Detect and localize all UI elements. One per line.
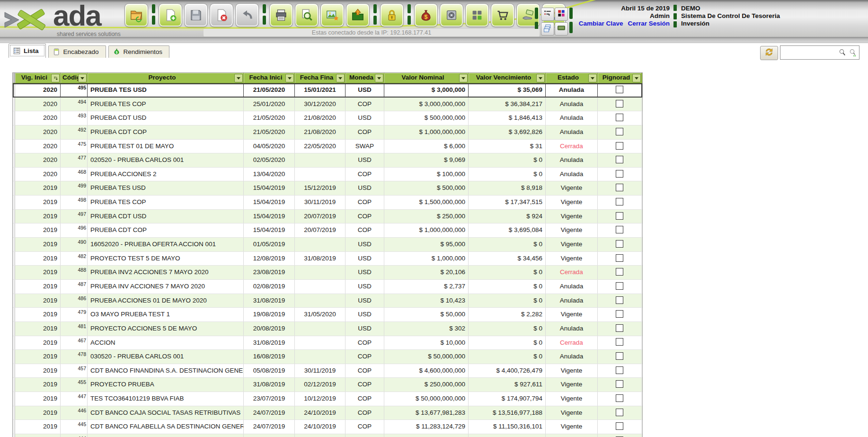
pignorado-checkbox[interactable] — [616, 310, 623, 318]
toolbar-shopping-cart-button[interactable] — [491, 3, 514, 27]
pignorado-checkbox[interactable] — [616, 114, 623, 121]
pignorado-checkbox[interactable] — [616, 352, 623, 360]
table-row[interactable]: 2020493PRUEBA CDT USD21/05/202021/08/202… — [13, 111, 642, 125]
table-row[interactable]: 2019497PRUEBA CDT USD15/04/201920/07/201… — [13, 210, 642, 224]
column-header-moneda[interactable]: Moneda — [345, 73, 384, 83]
pignorado-checkbox[interactable] — [616, 366, 623, 374]
filter-dropdown-button[interactable] — [632, 74, 641, 82]
filter-dropdown-button[interactable] — [336, 74, 345, 82]
pignorado-checkbox[interactable] — [616, 380, 623, 388]
tab-encabezado[interactable]: Encabezado — [48, 45, 106, 58]
table-row[interactable]: 2019499PRUEBA TES USD15/04/201915/12/201… — [13, 181, 642, 196]
pignorado-checkbox[interactable] — [616, 156, 623, 163]
change-password-link[interactable]: Cambiar Clave — [579, 20, 623, 27]
table-row[interactable]: 2019445CDT BANCO FALABELLA SA DESTINACIO… — [13, 420, 642, 434]
table-row[interactable]: 2020468PRUEBA ACCIONES 213/04/2020COP$ 1… — [13, 168, 642, 182]
table-row[interactable]: 2019498PRUEBA TES COP15/04/201930/11/201… — [13, 196, 642, 210]
table-row[interactable]: 2019482PROYECTO TEST 5 DE MAYO12/08/2019… — [13, 252, 642, 266]
toolbar-print-button[interactable] — [269, 3, 293, 27]
pignorado-checkbox[interactable] — [616, 394, 623, 402]
row-settings-button[interactable] — [541, 8, 554, 21]
pignorado-checkbox[interactable] — [616, 282, 623, 290]
table-row[interactable]: 201949016052020 - PRUEBA OFERTA ACCION 0… — [13, 238, 642, 252]
table-row[interactable]: 2019478030520 - PRUEBA CARLOS 00116/08/2… — [13, 350, 642, 364]
table-row[interactable]: 2019496PRUEBA CDT COP15/04/201920/07/201… — [13, 223, 642, 238]
column-header-estado[interactable]: Estado — [546, 73, 598, 83]
search-next-icon[interactable] — [849, 48, 857, 57]
toolbar-lock-button[interactable] — [380, 3, 404, 27]
toolbar-blocks-button[interactable] — [465, 3, 489, 27]
table-row[interactable]: 2020475PRUEBA TEST 01 DE MAYO04/05/20202… — [13, 140, 642, 154]
filter-dropdown-button[interactable] — [588, 74, 597, 82]
table-row[interactable]: 2019488PRUEBA INV2 ACCIONES 7 MAYO 20202… — [13, 266, 642, 280]
toolbar-print-preview-button[interactable] — [295, 3, 319, 27]
toolbar-safe-button[interactable] — [440, 3, 463, 27]
filter-dropdown-button[interactable] — [285, 74, 294, 82]
pignorado-checkbox[interactable] — [616, 198, 623, 205]
table-row[interactable]: 2019487PRUEBA INV ACCIONES 7 MAYO 202002… — [13, 280, 642, 294]
toolbar-delete-document-button[interactable] — [210, 3, 233, 27]
cascade-windows-button[interactable] — [541, 22, 554, 36]
table-row[interactable]: 2019444CDT BANCO ITAU FIAB24/07/201924/1… — [13, 434, 642, 437]
table-row[interactable]: 2019481PROYECTO ACCIONES 5 DE MAYO20/08/… — [13, 322, 642, 336]
pignorado-checkbox[interactable] — [616, 170, 623, 178]
pignorado-checkbox[interactable] — [616, 422, 623, 430]
toolbar-money-bag-button[interactable]: $ — [414, 3, 438, 27]
pignorado-checkbox[interactable] — [616, 268, 623, 276]
pignorado-checkbox[interactable] — [616, 296, 623, 304]
column-header-proyecto[interactable]: Proyecto — [88, 73, 244, 83]
table-row[interactable]: 2019447TES TCO364101219 BBVA FIAB23/07/2… — [13, 392, 642, 406]
table-row[interactable]: 2020494PRUEBA TES COP25/01/202030/12/202… — [13, 98, 642, 112]
search-icon[interactable] — [838, 48, 847, 57]
search-input[interactable] — [780, 47, 838, 58]
table-row[interactable]: 2019446CDT BANCO CAJA SOCIAL TASAS RETRI… — [13, 406, 642, 420]
table-row[interactable]: 2019479O3 MAYO PRUEBA TEST 119/08/201931… — [13, 308, 642, 322]
pignorado-checkbox[interactable] — [616, 226, 623, 233]
column-header-valor_vencimiento[interactable]: Valor Vencimiento — [469, 73, 546, 83]
logout-link[interactable]: Cerrar Sesión — [628, 20, 670, 27]
table-row[interactable]: 2019457CDT BANCO FINANDINA S.A. DESTINAC… — [13, 364, 642, 378]
pignorado-checkbox[interactable] — [616, 338, 623, 346]
pignorado-checkbox[interactable] — [616, 409, 623, 416]
refresh-button[interactable] — [760, 46, 778, 60]
column-header-pignorado[interactable]: Pignorad — [598, 73, 642, 83]
filter-dropdown-button[interactable] — [536, 74, 545, 82]
column-header-codigo[interactable]: Códig — [61, 73, 88, 83]
table-row[interactable]: 2019486PRUEBA ACCIONES 01 DE MAYO 202031… — [13, 294, 642, 308]
tab-rendimientos[interactable]: $Rendimientos — [108, 45, 170, 58]
toolbar-open-folder-button[interactable] — [124, 3, 148, 27]
table-row[interactable]: 2019455PROYECTO PRUEBA31/08/201902/12/20… — [13, 378, 642, 392]
table-row[interactable]: 2020477020520 - PRUEBA CARLOS 00102/05/2… — [13, 153, 642, 168]
column-header-vig[interactable]: Vig. Inici — [15, 73, 61, 83]
toolbar-undo-button[interactable] — [235, 3, 259, 27]
pignorado-checkbox[interactable] — [616, 240, 623, 248]
pignorado-checkbox[interactable] — [616, 212, 623, 220]
filter-dropdown-button[interactable] — [375, 74, 383, 82]
column-header-fecha_inicio[interactable]: Fecha Inici — [244, 73, 295, 83]
sort-indicator-button[interactable] — [51, 74, 60, 82]
filter-dropdown-button[interactable] — [78, 74, 87, 82]
tab-lista[interactable]: Lista — [9, 44, 46, 58]
table-row[interactable]: 2020495PRUEBA TES USD21/05/202015/01/202… — [13, 83, 642, 98]
pignorado-checkbox[interactable] — [616, 128, 623, 135]
pignorado-checkbox[interactable] — [616, 86, 623, 93]
theme-colors-button[interactable] — [555, 8, 568, 21]
table-row[interactable]: 2019467ACCION31/08/2019COP$ 10,000$ 0Cer… — [13, 336, 642, 350]
pignorado-checkbox[interactable] — [616, 254, 623, 262]
filter-dropdown-button[interactable] — [234, 74, 243, 82]
filter-dropdown-button[interactable] — [459, 74, 468, 82]
keyboard-card-button[interactable] — [555, 22, 568, 36]
cell-fecha_inicio: 21/05/2020 — [244, 111, 295, 125]
pignorado-checkbox[interactable] — [616, 100, 623, 107]
pignorado-checkbox[interactable] — [616, 324, 623, 332]
pignorado-checkbox[interactable] — [616, 142, 623, 150]
toolbar-save-button[interactable] — [184, 3, 208, 27]
table-row[interactable]: 2020492PRUEBA CDT COP21/05/202021/08/202… — [13, 125, 642, 140]
toolbar-new-document-button[interactable] — [159, 3, 182, 27]
column-header-fecha_fin[interactable]: Fecha Fina — [295, 73, 345, 83]
toolbar-export-image-button[interactable] — [320, 3, 344, 27]
cell-fecha_fin: 31/05/2020 — [295, 308, 345, 321]
column-header-valor_nominal[interactable]: Valor Nominal — [384, 73, 469, 83]
toolbar-import-folder-button[interactable] — [346, 3, 370, 27]
pignorado-checkbox[interactable] — [616, 184, 623, 191]
